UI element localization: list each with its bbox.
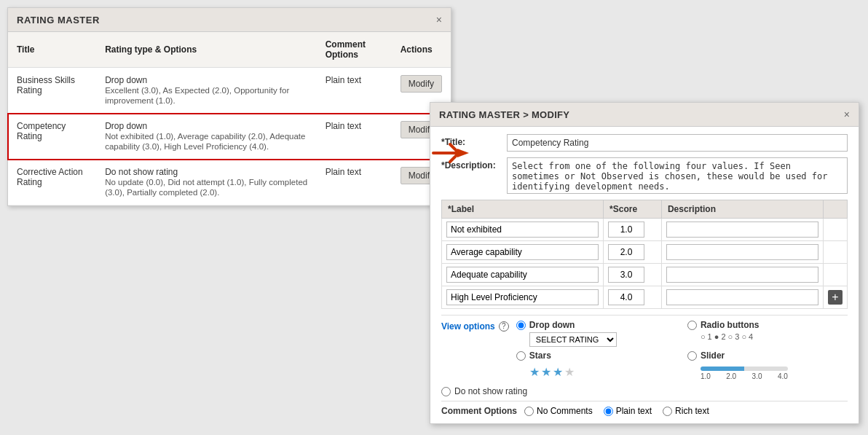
score-col-header: *Score — [604, 200, 662, 219]
arrow-indicator — [430, 138, 473, 170]
score-field[interactable] — [608, 289, 644, 305]
desc-field[interactable] — [666, 267, 818, 283]
rating-master-title: RATING MASTER — [17, 15, 100, 26]
table-row: Corrective Action Rating Do not show rat… — [8, 160, 451, 205]
desc-field[interactable] — [666, 289, 818, 305]
col-title: Title — [8, 32, 96, 68]
label-field[interactable] — [446, 222, 599, 238]
row-title: Business Skills Rating — [8, 68, 96, 114]
score-field[interactable] — [608, 244, 644, 260]
comment-options-label: Comment Options — [441, 406, 517, 416]
rating-master-panel: RATING MASTER × Title Rating type & Opti… — [7, 7, 451, 206]
slider-label: Slider — [701, 350, 725, 361]
comment-options-radios: No Comments Plain text Rich text — [524, 406, 709, 416]
labels-table-container: *Label *Score Description — [441, 200, 848, 309]
slider-label-1: 1.0 — [701, 372, 711, 380]
title-row: *Title: — [441, 134, 848, 152]
select-rating-dropdown[interactable]: SELECT RATING — [529, 332, 617, 347]
no-comments-radio[interactable] — [524, 407, 534, 416]
title-input[interactable] — [507, 134, 848, 152]
help-icon[interactable]: ? — [499, 321, 509, 332]
rich-text-label: Rich text — [675, 406, 709, 416]
rich-text-radio[interactable] — [663, 407, 672, 416]
star-1-icon: ★ — [529, 365, 540, 379]
label-field[interactable] — [446, 244, 599, 260]
desc-cell — [661, 219, 823, 241]
table-row: Competency Rating Drop down Not exhibite… — [8, 114, 451, 160]
score-cell — [604, 219, 662, 241]
row-rating-type: Drop down Not exhibited (1.0), Average c… — [96, 114, 317, 160]
desc-col-header: Description — [661, 200, 823, 219]
dropdown-option: Drop down SELECT RATING — [516, 320, 676, 347]
label-row — [442, 241, 848, 264]
modify-content: *Title: *Description: *Label *Score Desc… — [430, 127, 859, 423]
radio-buttons-label: Radio buttons — [701, 320, 760, 330]
do-not-show-label: Do not show rating — [454, 386, 527, 396]
dropdown-radio[interactable] — [516, 321, 526, 330]
view-options-section: View options ? Drop down SELECT RATING — [441, 320, 848, 380]
desc-field[interactable] — [666, 244, 818, 260]
do-not-show-radio[interactable] — [441, 387, 451, 396]
table-row: Business Skills Rating Drop down Excelle… — [8, 68, 451, 114]
add-row-button[interactable]: + — [828, 290, 843, 305]
stars-option: Stars ★ ★ ★ ★ — [516, 350, 676, 380]
slider-radio[interactable] — [687, 351, 697, 361]
label-col-header: *Label — [442, 200, 604, 219]
score-cell — [604, 286, 662, 309]
desc-cell — [661, 286, 823, 309]
plain-text-option: Plain text — [604, 406, 652, 416]
label-cell — [442, 241, 604, 264]
slider-label-3: 3.0 — [752, 372, 762, 380]
description-row: *Description: — [441, 157, 848, 194]
col-comment-options: Comment Options — [317, 32, 392, 68]
score-cell — [604, 264, 662, 286]
add-cell: + — [824, 286, 848, 309]
desc-field[interactable] — [666, 222, 818, 238]
star-4-icon: ★ — [564, 365, 575, 379]
view-options-label: View options — [441, 320, 495, 332]
radio-buttons-option: Radio buttons ○ 1 ● 2 ○ 3 ○ 4 — [687, 320, 848, 347]
rating-table: Title Rating type & Options Comment Opti… — [8, 32, 451, 205]
star-2-icon: ★ — [541, 365, 551, 379]
col-rating-type: Rating type & Options — [96, 32, 317, 68]
stars-label: Stars — [529, 350, 551, 361]
rating-master-header: RATING MASTER × — [8, 8, 451, 32]
label-cell — [442, 219, 604, 241]
row-rating-type: Drop down Excellent (3.0), As Expected (… — [96, 68, 317, 114]
label-row: + — [442, 286, 848, 309]
add-cell — [824, 219, 848, 241]
add-cell — [824, 264, 848, 286]
no-comments-label: No Comments — [537, 406, 593, 416]
slider-option: Slider 1.0 2.0 3.0 4.0 — [687, 350, 848, 380]
slider-display: 1.0 2.0 3.0 4.0 — [701, 367, 848, 380]
svg-marker-0 — [457, 149, 469, 157]
description-textarea[interactable] — [507, 157, 848, 194]
row-title: Corrective Action Rating — [8, 160, 96, 205]
view-options-grid: Drop down SELECT RATING Radio buttons ○ … — [516, 320, 848, 380]
row-comment-options: Plain text — [317, 114, 392, 160]
star-3-icon: ★ — [553, 365, 563, 379]
label-row — [442, 264, 848, 286]
rating-master-close-icon[interactable]: × — [436, 14, 442, 26]
score-field[interactable] — [608, 267, 644, 283]
label-row — [442, 219, 848, 241]
label-field[interactable] — [446, 289, 599, 305]
no-comments-option: No Comments — [524, 406, 593, 416]
modify-panel-close-icon[interactable]: × — [844, 109, 850, 120]
label-cell — [442, 286, 604, 309]
dropdown-label: Drop down — [529, 320, 575, 330]
label-cell — [442, 264, 604, 286]
stars-radio[interactable] — [516, 351, 526, 361]
stars-display: ★ ★ ★ ★ — [529, 365, 676, 379]
row-comment-options: Plain text — [317, 160, 392, 205]
score-cell — [604, 241, 662, 264]
rich-text-option: Rich text — [663, 406, 709, 416]
plain-text-radio[interactable] — [604, 407, 613, 416]
do-not-show-row: Do not show rating — [441, 386, 848, 396]
desc-cell — [661, 241, 823, 264]
modify-button[interactable]: Modify — [401, 75, 442, 93]
label-field[interactable] — [446, 267, 599, 283]
score-field[interactable] — [608, 222, 644, 238]
modify-panel-title: RATING MASTER > MODIFY — [439, 109, 569, 120]
radio-buttons-radio[interactable] — [687, 321, 697, 330]
